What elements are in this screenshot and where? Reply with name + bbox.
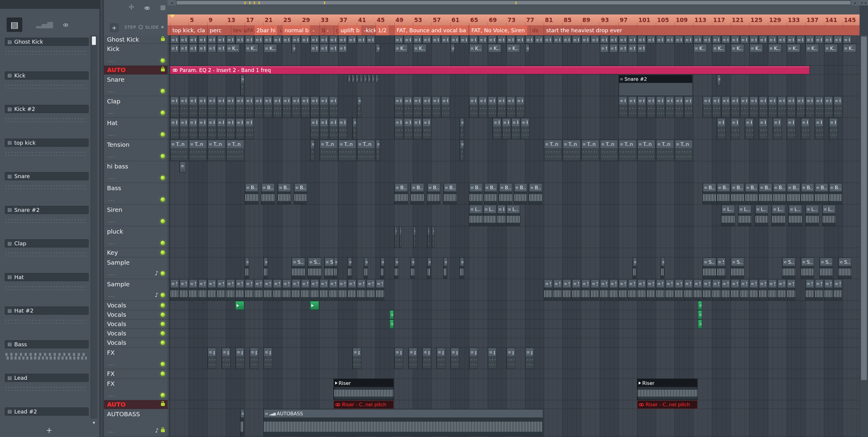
audio-clip[interactable]: ≡S.. — [717, 258, 725, 279]
pattern-clip[interactable]: ≡K.. — [506, 44, 520, 53]
pattern-clip[interactable]: ≡p..c — [207, 348, 216, 369]
pattern-clip[interactable]: ≡p..c — [469, 348, 478, 369]
track-lane-hi-bass-7[interactable]: ≡ — [167, 161, 860, 183]
scroll-left-button[interactable]: ◂ — [167, 0, 176, 5]
pattern-clip[interactable]: ≡G.. — [450, 36, 459, 43]
picker-item-ghost-kick[interactable]: ▤Ghost Kick — [5, 38, 89, 46]
track-enable-led[interactable] — [161, 331, 165, 336]
pattern-clip[interactable]: ≡G.. — [441, 36, 450, 43]
pattern-clip[interactable]: ≡H.. — [717, 118, 725, 139]
audio-clip[interactable]: ≡L..d — [755, 205, 769, 226]
pattern-clip[interactable]: ≡G.. — [357, 36, 366, 43]
audio-clip[interactable]: ≡S..e — [264, 279, 272, 301]
picker-scrollbar[interactable] — [91, 35, 97, 418]
pattern-clip[interactable]: ≡C..p — [217, 96, 225, 118]
pattern-clip[interactable]: ≡ — [717, 75, 721, 86]
pattern-clip[interactable]: ≡G.. — [675, 36, 683, 43]
audio-clip[interactable]: ≡S..e — [338, 279, 347, 301]
pattern-clip[interactable]: ≡K.. — [469, 44, 483, 53]
track-enable-led[interactable] — [161, 293, 165, 297]
track-lane-sample-13[interactable]: ≡S..e≡S..e≡S..e≡S..e≡S..e≡S..e≡S..e≡S..e… — [167, 279, 860, 301]
pattern-clip[interactable]: ≡C..p — [469, 96, 478, 118]
audio-clip[interactable]: ≡S..3 — [838, 258, 852, 279]
audio-clip[interactable]: ≡L..d — [772, 205, 785, 226]
pattern-clip[interactable]: ≡H.. — [511, 118, 520, 139]
audio-clip[interactable]: ≡S..e — [768, 279, 777, 301]
pattern-clip[interactable]: ≡K.. — [749, 44, 763, 53]
slide-toggle[interactable] — [161, 26, 164, 28]
track-enable-led[interactable] — [161, 89, 165, 93]
pattern-clip[interactable]: ≡G.. — [497, 36, 506, 43]
pattern-clip[interactable]: ≡G.. — [226, 36, 235, 43]
pattern-clip[interactable]: ≡K.. — [805, 44, 819, 53]
pattern-clip[interactable]: ≡p..c — [506, 348, 515, 369]
track-header-vocals-14[interactable]: Vocals — [104, 301, 167, 310]
pattern-clip[interactable]: ≡C..p — [413, 96, 422, 118]
audio-clip[interactable]: ≡ — [264, 258, 268, 279]
audio-clip[interactable]: ≡S..e — [758, 279, 767, 301]
pattern-clip[interactable]: ≡ — [310, 140, 314, 161]
pattern-clip[interactable]: ≡K.. — [768, 44, 781, 53]
pattern-clip[interactable]: ≡t..k — [207, 44, 216, 53]
pattern-clip[interactable]: ≡T..n — [637, 140, 655, 161]
picker-item-snare-2[interactable]: ▤Snare #2 — [5, 206, 89, 214]
track-enable-led[interactable] — [161, 303, 165, 307]
track-header-kick-1[interactable]: Kick... — [104, 44, 167, 66]
track-header-auto-2[interactable]: AUTO — [104, 66, 167, 74]
pattern-clip[interactable]: ≡C..p — [805, 96, 814, 118]
audio-clip[interactable]: ≡ — [390, 320, 394, 329]
audio-clip[interactable]: ≡S..e — [544, 279, 553, 301]
pattern-clip[interactable]: ≡ — [367, 75, 370, 82]
audio-clip[interactable]: ≡ — [632, 258, 637, 279]
pattern-clip[interactable]: ≡C..p — [245, 96, 253, 118]
pattern-clip[interactable]: ≡C..p — [628, 96, 637, 118]
audio-clip[interactable]: ≡ — [390, 310, 394, 319]
move-tool-icon[interactable]: ▂▄▆ — [36, 20, 53, 28]
pattern-clip[interactable]: ≡C..p — [703, 96, 711, 118]
track-header-fx-21[interactable]: FX... — [104, 378, 167, 400]
picker-item-bass[interactable]: ▤Bass — [5, 340, 89, 348]
audio-clip[interactable]: ≡B..s — [443, 183, 457, 204]
pattern-clip[interactable]: ≡p..c — [450, 348, 459, 369]
picker-item-hat[interactable]: ▤Hat — [5, 273, 89, 281]
pattern-clip[interactable]: ≡T..n — [618, 140, 637, 161]
track-lane-auto-22[interactable]: Riser - C..nel pitchRiser - C..nel pitch — [167, 400, 860, 409]
pattern-clip[interactable]: ≡ — [371, 75, 374, 82]
audio-clip[interactable]: ≡B..s — [758, 183, 772, 204]
song-marker[interactable]: - — [324, 25, 331, 35]
pattern-clip[interactable]: ≡t..k — [319, 44, 328, 53]
pattern-clip[interactable]: ≡C..p — [721, 96, 730, 118]
audio-clip[interactable]: ≡S..e — [609, 279, 618, 301]
track-enable-led[interactable] — [161, 197, 165, 201]
pattern-clip[interactable]: ≡Hat — [179, 118, 188, 139]
pattern-clip[interactable]: ≡G.. — [516, 36, 524, 43]
track-enable-led[interactable] — [161, 219, 165, 223]
audio-clip[interactable]: ≡B..s — [829, 183, 842, 204]
audio-clip[interactable]: ≡S..e — [731, 279, 739, 301]
pattern-clip[interactable]: ≡C..p — [777, 96, 786, 118]
pattern-clip[interactable]: ≡G.. — [329, 36, 338, 43]
track-enable-led[interactable] — [161, 176, 165, 180]
pattern-clip[interactable]: ≡T..n — [656, 140, 674, 161]
audio-clip[interactable]: ≡S..e — [833, 279, 842, 301]
pattern-clip[interactable]: ≡H.. — [422, 118, 431, 139]
track-enable-led[interactable] — [161, 313, 165, 317]
pattern-clip[interactable]: ≡C..p — [254, 96, 263, 118]
lock-icon[interactable] — [161, 68, 165, 71]
pattern-clip[interactable]: ≡Snare #2 — [618, 75, 692, 96]
pattern-clip[interactable]: ≡G.. — [291, 36, 300, 43]
audio-clip[interactable]: ≡S..e — [319, 279, 328, 301]
audio-clip[interactable]: ≡S..e — [693, 279, 702, 301]
track-lane-kick-1[interactable]: ≡t..k≡t..k≡t..k≡t..k≡t..k≡t..k≡K..≡K..≡K… — [167, 44, 860, 66]
pattern-clip[interactable]: ≡T..n — [357, 140, 375, 161]
pattern-clip[interactable]: ≡H.. — [236, 118, 244, 139]
pattern-clip[interactable]: ≡G.. — [488, 36, 496, 43]
pattern-clip[interactable]: ≡p..c — [525, 348, 534, 369]
track-enable-led[interactable] — [161, 372, 165, 376]
pattern-clip[interactable]: ≡G.. — [815, 36, 824, 43]
pattern-clip[interactable]: ≡K.. — [712, 44, 725, 53]
pattern-clip[interactable]: ≡G.. — [189, 36, 197, 43]
picker-item-top-kick[interactable]: ▤top kick — [5, 138, 89, 147]
pattern-clip[interactable]: ≡Hat — [394, 118, 403, 139]
pattern-clip[interactable]: ≡G.. — [422, 36, 431, 43]
